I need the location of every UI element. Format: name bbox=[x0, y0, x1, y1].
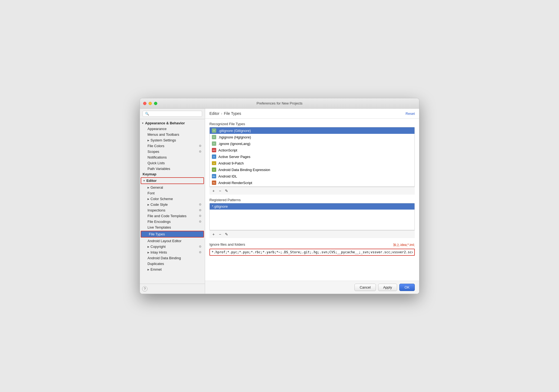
sidebar-item-inspections[interactable]: Inspections ⚙ bbox=[140, 207, 205, 213]
list-item[interactable]: ≡ .gitignore (GitIgnore) bbox=[210, 127, 414, 134]
chevron-right-icon: ▶ bbox=[147, 268, 149, 271]
ignore-label: Ignore files and folders bbox=[209, 242, 245, 246]
file-type-icon: AS bbox=[212, 148, 216, 152]
sidebar-item-label: File and Code Templates bbox=[147, 214, 187, 218]
settings-icon: ⚙ bbox=[198, 251, 202, 254]
list-item[interactable]: ≡ .ignore (IgnoreLang) bbox=[210, 140, 414, 147]
list-item[interactable]: AS ActionScript bbox=[210, 147, 414, 153]
sidebar-item-label: Color Scheme bbox=[150, 197, 173, 201]
ignore-icon: ≡ bbox=[212, 141, 216, 146]
sidebar-item-file-code-templates[interactable]: File and Code Templates ⚙ bbox=[140, 213, 205, 219]
help-button[interactable]: ? bbox=[142, 286, 147, 292]
chevron-down-icon: ▼ bbox=[142, 122, 144, 125]
sidebar-item-font[interactable]: Font bbox=[140, 190, 205, 196]
ignore-input[interactable] bbox=[209, 249, 415, 256]
apply-button[interactable]: Apply bbox=[378, 284, 397, 291]
sidebar-bottom: ? bbox=[140, 284, 205, 294]
remove-pattern-button[interactable]: − bbox=[217, 231, 223, 237]
file-type-label: ActionScript bbox=[218, 148, 237, 152]
list-item[interactable]: ▪ Android 9-Patch bbox=[210, 160, 414, 166]
recognized-section: Recognized File Types ≡ .gitignore (GitI… bbox=[209, 122, 415, 195]
sidebar-item-label: Scopes bbox=[147, 150, 159, 154]
sidebar-item-file-types[interactable]: File Types bbox=[141, 231, 203, 237]
sidebar-item-label: File Types bbox=[149, 232, 165, 236]
list-item[interactable]: *.gitignore bbox=[210, 203, 414, 210]
gitignore-icon: ≡ bbox=[212, 128, 216, 133]
right-panel: Editor › File Types Reset Recognized Fil… bbox=[205, 109, 419, 294]
sidebar-item-path-variables[interactable]: Path Variables bbox=[140, 166, 205, 172]
sidebar-item-android-data-binding[interactable]: Android Data Binding bbox=[140, 255, 205, 261]
sidebar-item-keymap[interactable]: Keymap bbox=[140, 172, 205, 177]
maximize-button[interactable] bbox=[154, 102, 157, 105]
sidebar-item-label: Android Layout Editor bbox=[147, 239, 181, 243]
add-pattern-button[interactable]: + bbox=[211, 231, 216, 237]
sidebar-item-copyright[interactable]: ▶ Copyright ⚙ bbox=[140, 244, 205, 249]
sidebar-item-label: Keymap bbox=[143, 172, 156, 176]
breadcrumb: Editor › File Types bbox=[209, 111, 241, 116]
sidebar-item-code-style[interactable]: ▶ Code Style ⚙ bbox=[140, 202, 205, 207]
sidebar-item-emmet[interactable]: ▶ Emmet bbox=[140, 267, 205, 272]
chevron-right-icon: ▶ bbox=[147, 186, 149, 189]
sidebar-item-color-scheme[interactable]: ▶ Color Scheme bbox=[140, 196, 205, 202]
sidebar-item-label: System Settings bbox=[150, 138, 176, 142]
settings-icon: ⚙ bbox=[198, 245, 202, 249]
actionscript-icon: AS bbox=[212, 148, 216, 152]
registered-label: Registered Patterns bbox=[209, 198, 415, 202]
settings-icon: ⚙ bbox=[198, 203, 202, 207]
list-item[interactable]: Rs Android RenderScript bbox=[210, 179, 414, 186]
file-type-label: Android 9-Patch bbox=[218, 161, 244, 165]
pattern-label: *.gitignore bbox=[212, 204, 228, 208]
sidebar-item-file-colors[interactable]: File Colors ⚙ bbox=[140, 143, 205, 149]
patterns-toolbar: + − ✎ bbox=[209, 230, 415, 238]
sidebar-item-appearance-behavior[interactable]: ▼ Appearance & Behavior bbox=[140, 120, 205, 126]
sidebar-item-file-encodings[interactable]: File Encodings ⚙ bbox=[140, 219, 205, 225]
sidebar-item-android-layout-editor[interactable]: Android Layout Editor bbox=[140, 238, 205, 244]
cancel-button[interactable]: Cancel bbox=[354, 284, 376, 291]
ignore-label-row: Ignore files and folders 加上.idea;*.iml; bbox=[209, 242, 415, 248]
reset-link[interactable]: Reset bbox=[406, 112, 415, 116]
recognized-label: Recognized File Types bbox=[209, 122, 415, 126]
edit-pattern-button[interactable]: ✎ bbox=[224, 231, 230, 237]
chevron-right-icon: ▶ bbox=[147, 251, 149, 254]
ignore-hint: 加上.idea;*.iml; bbox=[393, 243, 415, 247]
settings-icon: ⚙ bbox=[198, 150, 202, 154]
registered-section: Registered Patterns *.gitignore + − ✎ bbox=[209, 198, 415, 238]
file-type-icon: ≡ bbox=[212, 141, 216, 146]
sidebar-item-system-settings[interactable]: ▶ System Settings bbox=[140, 137, 205, 143]
sidebar-item-quick-lists[interactable]: Quick Lists bbox=[140, 160, 205, 166]
list-item[interactable]: IDL Android IDL bbox=[210, 173, 414, 179]
sidebar-item-scopes[interactable]: Scopes ⚙ bbox=[140, 149, 205, 154]
sidebar-item-label: Appearance & Behavior bbox=[145, 121, 185, 125]
file-type-label: Android Data Binding Expression bbox=[218, 168, 270, 172]
remove-file-type-button[interactable]: − bbox=[217, 188, 223, 194]
list-item[interactable]: ≡ .hgignore (HgIgnore) bbox=[210, 134, 414, 140]
sidebar-item-editor[interactable]: ▼ Editor bbox=[141, 178, 203, 184]
edit-file-type-button[interactable]: ✎ bbox=[224, 188, 230, 194]
sidebar-item-inlay-hints[interactable]: ▶ Inlay Hints ⚙ bbox=[140, 249, 205, 255]
android-icon: A bbox=[212, 167, 216, 172]
title-bar: Preferences for New Projects bbox=[140, 98, 419, 109]
file-type-label: .gitignore (GitIgnore) bbox=[218, 129, 251, 133]
search-input[interactable] bbox=[143, 111, 202, 117]
panel-header: Editor › File Types Reset bbox=[205, 109, 419, 119]
file-type-icon: ▪ bbox=[212, 161, 216, 165]
sidebar-item-notifications[interactable]: Notifications bbox=[140, 154, 205, 160]
minimize-button[interactable] bbox=[149, 102, 152, 105]
sidebar-item-duplicates[interactable]: Duplicates bbox=[140, 261, 205, 267]
settings-icon: ⚙ bbox=[198, 144, 202, 148]
sidebar-item-menus-toolbars[interactable]: Menus and Toolbars bbox=[140, 132, 205, 137]
file-types-highlight: File Types bbox=[141, 231, 204, 238]
sidebar-item-live-templates[interactable]: Live Templates bbox=[140, 225, 205, 230]
ok-button[interactable]: OK bbox=[399, 284, 415, 291]
add-file-type-button[interactable]: + bbox=[211, 188, 216, 194]
list-item[interactable]: A Active Server Pages bbox=[210, 153, 414, 160]
close-button[interactable] bbox=[143, 102, 146, 105]
asp-icon: A bbox=[212, 154, 216, 159]
sidebar-item-general[interactable]: ▶ General bbox=[140, 185, 205, 190]
sidebar: ▼ Appearance & Behavior Appearance Menus… bbox=[140, 109, 205, 294]
panel-body: Recognized File Types ≡ .gitignore (GitI… bbox=[205, 119, 419, 281]
sidebar-item-appearance[interactable]: Appearance bbox=[140, 126, 205, 132]
chevron-right-icon: ▶ bbox=[147, 198, 149, 200]
sidebar-item-label: Duplicates bbox=[147, 262, 164, 266]
list-item[interactable]: A Android Data Binding Expression bbox=[210, 166, 414, 173]
